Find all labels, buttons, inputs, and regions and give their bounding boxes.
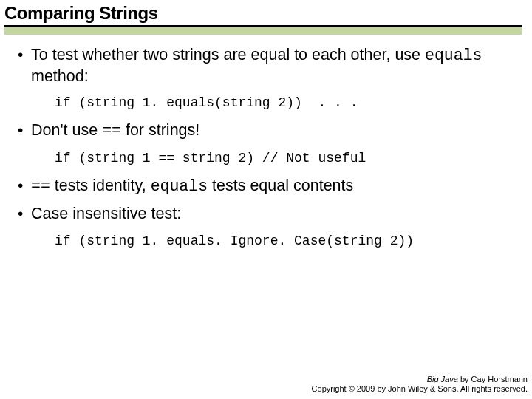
bullet-4-text: Case insensitive test:	[31, 205, 181, 222]
footer: Big Java by Cay Horstmann Copyright © 20…	[312, 375, 528, 395]
bullet-2-code: ==	[102, 122, 121, 140]
bullet-list-4: Case insensitive test:	[13, 204, 511, 225]
code-block-1: if (string 1. equals(string 2)) . . .	[55, 95, 511, 110]
code-block-2: if (string 1 == string 2) // Not useful	[55, 151, 511, 166]
bullet-1-code: equals	[425, 47, 482, 64]
footer-line-1: Big Java by Cay Horstmann	[312, 375, 528, 385]
title-underline: Comparing Strings	[4, 3, 522, 27]
footer-copyright: Copyright © 2009 by John Wiley & Sons. A…	[312, 384, 528, 395]
bullet-3: == tests identity, equals tests equal co…	[13, 176, 511, 197]
bullet-2-text-b: for strings!	[121, 121, 200, 139]
bullet-1-text-a: To test whether two strings are equal to…	[31, 46, 425, 64]
title-block: Comparing Strings	[0, 0, 532, 35]
slide-title: Comparing Strings	[4, 3, 522, 25]
bullet-list-2: Don't use == for strings!	[13, 120, 511, 142]
bullet-3-text-a: tests identity,	[50, 177, 151, 194]
bullet-list: To test whether two strings are equal to…	[13, 45, 511, 86]
bullet-4: Case insensitive test:	[13, 204, 511, 225]
bullet-3-code-a: ==	[31, 177, 50, 195]
code-block-3: if (string 1. equals. Ignore. Case(strin…	[55, 233, 511, 248]
footer-author: by Cay Horstmann	[458, 375, 528, 383]
slide: Comparing Strings To test whether two st…	[0, 0, 532, 399]
slide-body: To test whether two strings are equal to…	[0, 35, 532, 248]
bullet-3-code-b: equals	[151, 177, 208, 195]
accent-bar	[4, 27, 522, 35]
bullet-2-text-a: Don't use	[31, 121, 102, 139]
bullet-list-3: == tests identity, equals tests equal co…	[13, 176, 511, 197]
bullet-1: To test whether two strings are equal to…	[13, 45, 511, 86]
bullet-1-text-b: method:	[31, 67, 89, 85]
footer-book: Big Java	[427, 375, 458, 383]
bullet-2: Don't use == for strings!	[13, 120, 511, 142]
bullet-3-text-b: tests equal contents	[208, 177, 353, 194]
